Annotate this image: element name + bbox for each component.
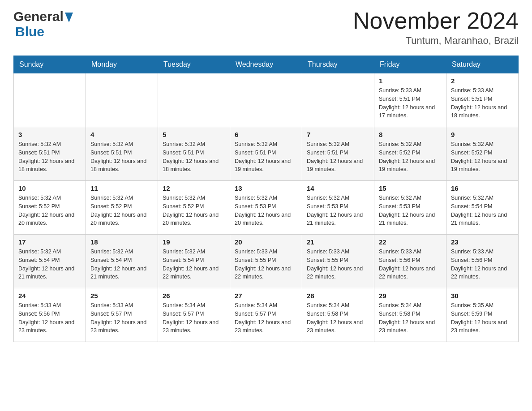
- col-saturday: Saturday: [446, 56, 519, 73]
- day-number: 20: [235, 238, 297, 246]
- day-number: 16: [451, 184, 514, 192]
- table-row: 24Sunrise: 5:33 AM Sunset: 5:56 PM Dayli…: [14, 288, 86, 342]
- day-info: Sunrise: 5:33 AM Sunset: 5:55 PM Dayligh…: [307, 248, 369, 281]
- table-row: 4Sunrise: 5:32 AM Sunset: 5:51 PM Daylig…: [86, 127, 158, 181]
- day-info: Sunrise: 5:32 AM Sunset: 5:54 PM Dayligh…: [163, 248, 225, 281]
- table-row: [158, 73, 230, 127]
- col-friday: Friday: [374, 56, 446, 73]
- day-info: Sunrise: 5:33 AM Sunset: 5:51 PM Dayligh…: [451, 86, 514, 120]
- day-info: Sunrise: 5:33 AM Sunset: 5:56 PM Dayligh…: [379, 248, 442, 281]
- day-number: 10: [18, 184, 81, 192]
- table-row: 14Sunrise: 5:32 AM Sunset: 5:53 PM Dayli…: [302, 181, 374, 235]
- day-info: Sunrise: 5:32 AM Sunset: 5:54 PM Dayligh…: [90, 248, 153, 281]
- table-row: 7Sunrise: 5:32 AM Sunset: 5:51 PM Daylig…: [302, 127, 374, 181]
- day-info: Sunrise: 5:33 AM Sunset: 5:57 PM Dayligh…: [90, 301, 153, 335]
- calendar-week-row: 1Sunrise: 5:33 AM Sunset: 5:51 PM Daylig…: [14, 73, 519, 127]
- day-number: 15: [379, 184, 442, 192]
- table-row: 1Sunrise: 5:33 AM Sunset: 5:51 PM Daylig…: [374, 73, 446, 127]
- day-number: 1: [379, 77, 442, 85]
- calendar-week-row: 17Sunrise: 5:32 AM Sunset: 5:54 PM Dayli…: [14, 235, 519, 288]
- day-number: 7: [307, 131, 369, 138]
- day-info: Sunrise: 5:34 AM Sunset: 5:58 PM Dayligh…: [379, 301, 442, 335]
- page-header: General Blue November 2024 Tuntum, Maran…: [13, 9, 519, 47]
- table-row: 13Sunrise: 5:32 AM Sunset: 5:53 PM Dayli…: [230, 181, 302, 235]
- day-number: 23: [451, 238, 514, 246]
- logo-line1: General: [13, 9, 73, 24]
- table-row: 8Sunrise: 5:32 AM Sunset: 5:52 PM Daylig…: [374, 127, 446, 181]
- day-info: Sunrise: 5:33 AM Sunset: 5:56 PM Dayligh…: [18, 301, 81, 335]
- logo-general-text: General: [13, 9, 64, 24]
- day-info: Sunrise: 5:34 AM Sunset: 5:57 PM Dayligh…: [235, 301, 297, 335]
- month-year-title: November 2024: [353, 9, 519, 32]
- day-info: Sunrise: 5:32 AM Sunset: 5:51 PM Dayligh…: [163, 140, 225, 174]
- day-number: 30: [451, 292, 514, 300]
- day-info: Sunrise: 5:32 AM Sunset: 5:53 PM Dayligh…: [235, 194, 297, 227]
- table-row: 16Sunrise: 5:32 AM Sunset: 5:54 PM Dayli…: [446, 181, 519, 235]
- col-tuesday: Tuesday: [158, 56, 230, 73]
- day-number: 14: [307, 184, 369, 192]
- table-row: 26Sunrise: 5:34 AM Sunset: 5:57 PM Dayli…: [158, 288, 230, 342]
- table-row: [302, 73, 374, 127]
- table-row: 23Sunrise: 5:33 AM Sunset: 5:56 PM Dayli…: [446, 235, 519, 288]
- day-number: 13: [235, 184, 297, 192]
- day-info: Sunrise: 5:32 AM Sunset: 5:53 PM Dayligh…: [379, 194, 442, 227]
- day-info: Sunrise: 5:32 AM Sunset: 5:51 PM Dayligh…: [90, 140, 153, 174]
- day-info: Sunrise: 5:33 AM Sunset: 5:56 PM Dayligh…: [451, 248, 514, 281]
- day-info: Sunrise: 5:32 AM Sunset: 5:52 PM Dayligh…: [379, 140, 442, 174]
- day-number: 19: [163, 238, 225, 246]
- day-number: 4: [90, 131, 153, 138]
- table-row: 18Sunrise: 5:32 AM Sunset: 5:54 PM Dayli…: [86, 235, 158, 288]
- day-number: 3: [18, 131, 81, 138]
- table-row: 25Sunrise: 5:33 AM Sunset: 5:57 PM Dayli…: [86, 288, 158, 342]
- calendar-week-row: 24Sunrise: 5:33 AM Sunset: 5:56 PM Dayli…: [14, 288, 519, 342]
- day-number: 18: [90, 238, 153, 246]
- calendar-table: Sunday Monday Tuesday Wednesday Thursday…: [13, 56, 519, 342]
- table-row: 28Sunrise: 5:34 AM Sunset: 5:58 PM Dayli…: [302, 288, 374, 342]
- day-info: Sunrise: 5:32 AM Sunset: 5:52 PM Dayligh…: [90, 194, 153, 227]
- table-row: 19Sunrise: 5:32 AM Sunset: 5:54 PM Dayli…: [158, 235, 230, 288]
- table-row: 29Sunrise: 5:34 AM Sunset: 5:58 PM Dayli…: [374, 288, 446, 342]
- table-row: 17Sunrise: 5:32 AM Sunset: 5:54 PM Dayli…: [14, 235, 86, 288]
- day-number: 2: [451, 77, 514, 85]
- col-sunday: Sunday: [14, 56, 86, 73]
- day-number: 12: [163, 184, 225, 192]
- table-row: 3Sunrise: 5:32 AM Sunset: 5:51 PM Daylig…: [14, 127, 86, 181]
- table-row: [14, 73, 86, 127]
- day-info: Sunrise: 5:32 AM Sunset: 5:54 PM Dayligh…: [451, 194, 514, 227]
- day-number: 17: [18, 238, 81, 246]
- table-row: 2Sunrise: 5:33 AM Sunset: 5:51 PM Daylig…: [446, 73, 519, 127]
- calendar-week-row: 3Sunrise: 5:32 AM Sunset: 5:51 PM Daylig…: [14, 127, 519, 181]
- day-number: 9: [451, 131, 514, 138]
- calendar-header-row: Sunday Monday Tuesday Wednesday Thursday…: [14, 56, 519, 73]
- day-number: 21: [307, 238, 369, 246]
- day-info: Sunrise: 5:35 AM Sunset: 5:59 PM Dayligh…: [451, 301, 514, 335]
- day-number: 8: [379, 131, 442, 138]
- table-row: 6Sunrise: 5:32 AM Sunset: 5:51 PM Daylig…: [230, 127, 302, 181]
- svg-marker-0: [65, 13, 73, 22]
- day-number: 26: [163, 292, 225, 300]
- day-info: Sunrise: 5:32 AM Sunset: 5:52 PM Dayligh…: [18, 194, 81, 227]
- day-info: Sunrise: 5:32 AM Sunset: 5:53 PM Dayligh…: [307, 194, 369, 227]
- table-row: 21Sunrise: 5:33 AM Sunset: 5:55 PM Dayli…: [302, 235, 374, 288]
- day-info: Sunrise: 5:32 AM Sunset: 5:51 PM Dayligh…: [18, 140, 81, 174]
- logo: General Blue: [13, 9, 73, 39]
- day-info: Sunrise: 5:34 AM Sunset: 5:58 PM Dayligh…: [307, 301, 369, 335]
- day-number: 6: [235, 131, 297, 138]
- day-number: 22: [379, 238, 442, 246]
- day-info: Sunrise: 5:32 AM Sunset: 5:54 PM Dayligh…: [18, 248, 81, 281]
- title-section: November 2024 Tuntum, Maranhao, Brazil: [353, 9, 519, 47]
- day-number: 5: [163, 131, 225, 138]
- table-row: 12Sunrise: 5:32 AM Sunset: 5:52 PM Dayli…: [158, 181, 230, 235]
- day-info: Sunrise: 5:32 AM Sunset: 5:51 PM Dayligh…: [307, 140, 369, 174]
- calendar-week-row: 10Sunrise: 5:32 AM Sunset: 5:52 PM Dayli…: [14, 181, 519, 235]
- logo-arrow-icon: [64, 9, 73, 24]
- day-info: Sunrise: 5:33 AM Sunset: 5:55 PM Dayligh…: [235, 248, 297, 281]
- col-thursday: Thursday: [302, 56, 374, 73]
- logo-blue-text: Blue: [15, 24, 73, 39]
- table-row: 20Sunrise: 5:33 AM Sunset: 5:55 PM Dayli…: [230, 235, 302, 288]
- day-number: 27: [235, 292, 297, 300]
- day-info: Sunrise: 5:32 AM Sunset: 5:51 PM Dayligh…: [235, 140, 297, 174]
- day-info: Sunrise: 5:33 AM Sunset: 5:51 PM Dayligh…: [379, 86, 442, 120]
- table-row: [86, 73, 158, 127]
- day-info: Sunrise: 5:34 AM Sunset: 5:57 PM Dayligh…: [163, 301, 225, 335]
